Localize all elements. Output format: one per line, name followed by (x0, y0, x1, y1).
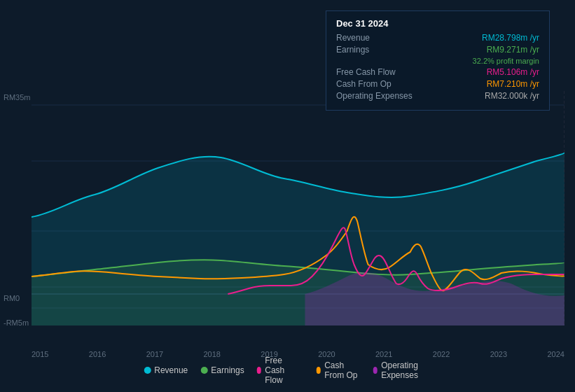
legend-dot-opex (373, 367, 378, 374)
x-label-2023: 2023 (490, 350, 507, 358)
x-label-2024: 2024 (547, 350, 564, 358)
tooltip-label-fcf: Free Cash Flow (336, 67, 396, 77)
legend-dot-cashop (317, 367, 321, 374)
tooltip-value-opex: RM32.000k /yr (485, 91, 539, 101)
x-label-2016: 2016 (89, 350, 106, 358)
tooltip-label-earnings: Earnings (336, 45, 369, 55)
chart-svg (32, 91, 564, 326)
legend-label-revenue: Revenue (154, 365, 188, 375)
x-label-2022: 2022 (433, 350, 450, 358)
legend-label-earnings: Earnings (211, 365, 244, 375)
legend-label-opex: Operating Expenses (381, 360, 431, 380)
tooltip-value-earnings: RM9.271m /yr (487, 45, 539, 55)
legend-dot-fcf (257, 367, 262, 374)
chart-legend: Revenue Earnings Free Cash Flow Cash Fro… (144, 356, 431, 385)
y-label-zero: RM0 (4, 294, 20, 302)
y-label-neg: -RM5m (4, 318, 29, 327)
legend-dot-revenue (144, 367, 151, 374)
tooltip-value-cashop: RM7.210m /yr (487, 79, 539, 89)
tooltip-row-cashop: Cash From Op RM7.210m /yr (336, 79, 539, 89)
legend-label-fcf: Free Cash Flow (265, 356, 303, 385)
tooltip-value-fcf: RM5.106m /yr (487, 67, 539, 77)
legend-dot-earnings (200, 367, 207, 374)
legend-item-earnings: Earnings (200, 365, 244, 375)
tooltip-label-revenue: Revenue (336, 33, 370, 43)
tooltip-value-revenue: RM28.798m /yr (482, 33, 539, 43)
y-label-top: RM35m (4, 93, 31, 102)
legend-item-cashop: Cash From Op (317, 360, 361, 380)
profit-margin-row: 32.2% profit margin (336, 57, 539, 65)
tooltip-row-earnings: Earnings RM9.271m /yr (336, 45, 539, 55)
chart-area (32, 91, 564, 326)
tooltip-row-opex: Operating Expenses RM32.000k /yr (336, 91, 539, 101)
tooltip-row-fcf: Free Cash Flow RM5.106m /yr (336, 67, 539, 77)
x-label-2015: 2015 (32, 350, 48, 358)
tooltip-date: Dec 31 2024 (336, 18, 539, 29)
legend-label-cashop: Cash From Op (324, 360, 360, 380)
tooltip-row-revenue: Revenue RM28.798m /yr (336, 33, 539, 43)
tooltip-label-cashop: Cash From Op (336, 79, 392, 89)
legend-item-opex: Operating Expenses (373, 360, 431, 380)
legend-item-fcf: Free Cash Flow (257, 356, 304, 385)
profit-margin-text: 32.2% profit margin (473, 57, 539, 65)
tooltip-label-opex: Operating Expenses (336, 91, 413, 101)
tooltip-card: Dec 31 2024 Revenue RM28.798m /yr Earnin… (326, 10, 550, 111)
legend-item-revenue: Revenue (144, 365, 188, 375)
